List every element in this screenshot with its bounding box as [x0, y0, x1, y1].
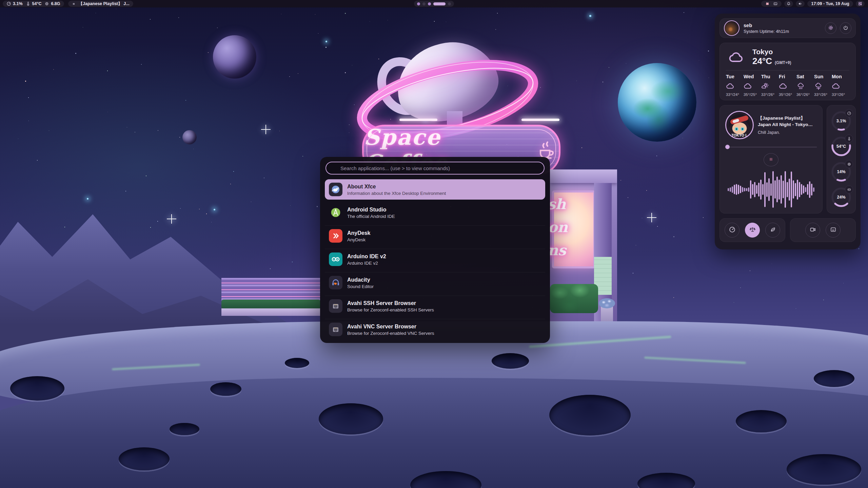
clock: 17:09 - Tue, 19 Aug: [811, 1, 849, 6]
screenshot-button[interactable]: [826, 223, 841, 238]
star: [581, 147, 582, 148]
star: [783, 7, 784, 8]
waveform-bar: [799, 182, 800, 197]
star: [150, 227, 151, 228]
crater: [10, 376, 64, 401]
waveform-bar: [791, 171, 792, 207]
cpu-usage: 3.1%: [13, 1, 23, 6]
launcher-item[interactable]: Avahi VNC Server BrowserBrowse for Zeroc…: [325, 319, 545, 340]
crater: [119, 447, 170, 470]
wallpaper-tray-icon[interactable]: [773, 1, 778, 6]
now-playing-text: 【Japanese Playlist】 J...: [79, 1, 130, 7]
star: [495, 29, 496, 30]
waveform-bar: [768, 178, 770, 201]
storm-icon: [814, 82, 823, 90]
workspace-3[interactable]: [428, 2, 431, 5]
crater: [319, 403, 383, 434]
waveform-bar: [766, 182, 768, 197]
sun-cloud-icon: [761, 82, 770, 90]
notifications-button[interactable]: [784, 1, 793, 7]
waveform-bar: [783, 181, 784, 198]
workspace-2[interactable]: [422, 2, 426, 5]
star: [434, 21, 435, 22]
clock-pill[interactable]: 17:09 - Tue, 19 Aug: [807, 1, 853, 7]
waveform-bar: [762, 184, 764, 195]
performance-profile-button[interactable]: [725, 223, 739, 238]
now-playing-pill[interactable]: 【Japanese Playlist】 J...: [68, 1, 133, 7]
launcher-item[interactable]: AnyDeskAnyDesk: [325, 225, 545, 246]
cafe-left-hedge: [221, 300, 320, 309]
divider: [726, 70, 849, 70]
seek-track[interactable]: [730, 147, 817, 147]
avatar: [724, 20, 739, 36]
sidebar: seb System Uptime: 4h11m Tokyo 24°C (GMT…: [715, 14, 861, 249]
waveform-bar: [730, 187, 731, 192]
power-button[interactable]: [840, 22, 851, 34]
star: [157, 221, 158, 222]
app-description: Sound Editor: [347, 284, 374, 289]
sparkle-star: [261, 125, 271, 134]
app-description: The official Android IDE: [347, 214, 395, 219]
waveform-bar: [744, 188, 745, 191]
workspace-1[interactable]: [417, 2, 420, 5]
search-input[interactable]: [340, 165, 539, 171]
power-profile-card: [719, 218, 785, 242]
search-icon: [331, 165, 336, 171]
tray-pill[interactable]: [761, 1, 782, 7]
audio-waveform: [725, 171, 817, 208]
app-description: Arduino IDE v2: [347, 261, 386, 266]
star: [25, 81, 26, 82]
waveform-bar: [746, 188, 747, 191]
system-stats-pill[interactable]: 3.1% 54°C 6.8G: [3, 1, 64, 7]
app-launcher: About XfceInformation about the Xfce Des…: [320, 157, 550, 343]
waveform-bar: [797, 180, 798, 200]
settings-button[interactable]: [825, 22, 836, 34]
seek-bar[interactable]: [725, 145, 817, 149]
waveform-bar: [774, 180, 776, 199]
earth-planet: [618, 63, 696, 142]
crater: [787, 454, 861, 485]
app-name: AnyDesk: [347, 230, 370, 237]
app-name: Avahi SSH Server Browser: [347, 300, 434, 307]
star: [180, 208, 181, 209]
waveform-bar: [787, 182, 788, 197]
track-title: 【Japanese Playlist】 Japan All Night - To…: [758, 115, 817, 127]
seek-handle[interactable]: [725, 145, 730, 149]
pause-button[interactable]: [764, 153, 778, 166]
waveform-bar: [736, 184, 737, 195]
launcher-item[interactable]: AudacitySound Editor: [325, 272, 545, 293]
bright-star: [87, 198, 88, 200]
launcher-item[interactable]: Android StudioThe official Android IDE: [325, 202, 545, 223]
workspace-4[interactable]: [433, 2, 446, 5]
launcher-item[interactable]: Arduino IDE v2Arduino IDE v2: [325, 249, 545, 269]
disk-gauge: 24%: [830, 186, 852, 208]
screen-record-button[interactable]: [805, 223, 820, 238]
cpu-usage-icon: [6, 1, 11, 6]
waveform-bar: [732, 186, 733, 193]
waveform-bar: [803, 185, 804, 194]
temperature-icon: [26, 1, 31, 6]
powersave-profile-button[interactable]: [765, 223, 780, 238]
balanced-profile-button[interactable]: [745, 223, 760, 238]
waveform-bar: [778, 180, 780, 200]
sign-light-strip: [399, 119, 437, 121]
volume-button[interactable]: [796, 1, 805, 7]
search-bar[interactable]: [326, 162, 545, 175]
crater: [285, 358, 309, 368]
window-neon-text: ans: [550, 242, 566, 259]
workspace-switcher[interactable]: [414, 1, 454, 7]
star: [709, 78, 709, 78]
workspace-5[interactable]: [448, 2, 451, 5]
dashboard-button[interactable]: [856, 1, 865, 7]
cloud-icon: [779, 82, 788, 90]
launcher-item[interactable]: About XfceInformation about the Xfce Des…: [325, 179, 545, 200]
waveform-bar: [807, 184, 808, 195]
cafe-left-wing: [221, 278, 320, 316]
app-name: Arduino IDE v2: [347, 253, 386, 260]
launcher-item[interactable]: Avahi SSH Server BrowserBrowse for Zeroc…: [325, 296, 545, 316]
app-description: AnyDesk: [347, 237, 370, 242]
waveform-bar: [811, 184, 812, 196]
runcat-icon[interactable]: [765, 1, 770, 6]
star: [289, 76, 290, 77]
android-studio-app-icon: [329, 206, 342, 219]
